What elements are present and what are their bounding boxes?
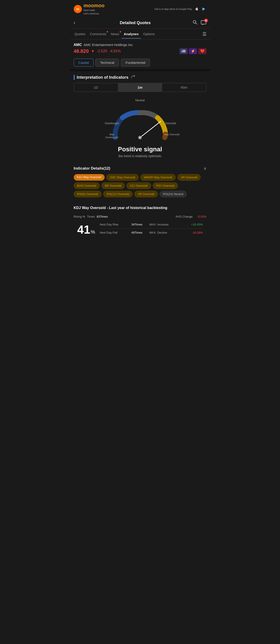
tag-cci-oversold[interactable]: CCI Oversold bbox=[126, 182, 151, 189]
rising-pct-symbol: % bbox=[91, 229, 95, 235]
moomoo-logo-icon: m bbox=[74, 5, 82, 13]
stock-price: 48.820 bbox=[74, 48, 89, 54]
stock-change: -2.520 bbox=[97, 49, 107, 53]
indicator-details-section: Indicator Details(12) ∧ KDJ Way Oversold… bbox=[70, 162, 210, 202]
way-overbought-label: WayOverbought bbox=[104, 133, 120, 139]
gauge-neutral-label: Neutral bbox=[135, 98, 145, 102]
collapse-icon[interactable]: ∧ bbox=[204, 166, 206, 171]
down-arrow-icon: ▼ bbox=[91, 49, 95, 53]
backtesting-details: Next Day Rise 34Times MAX. Increase +16.… bbox=[100, 222, 203, 236]
heart-button[interactable]: ❤️ bbox=[198, 48, 206, 54]
section-divider bbox=[70, 69, 210, 71]
times-value: 83Times bbox=[97, 213, 174, 220]
page-title: Detailed Quotes bbox=[78, 20, 192, 25]
avg-change-value: -0.53% bbox=[197, 215, 206, 218]
tag-kdj-way-oversold[interactable]: KDJ Way Oversold bbox=[74, 174, 104, 180]
indicator-section-header: Interpretation of Indicators bbox=[70, 71, 210, 83]
apple-icon[interactable] bbox=[194, 6, 199, 12]
rising-pct-label: Rising % bbox=[74, 213, 85, 220]
stock-price-row: 48.820 ▼ -2.520 -4.91% 🇺🇸 ⚡ ❤️ bbox=[74, 48, 206, 54]
tag-rsi24-neutral[interactable]: RSI(24) Neutral bbox=[160, 191, 187, 197]
stock-header: AMC AMC Entertainment Holdings Inc 48.82… bbox=[70, 40, 210, 56]
svg-text:m: m bbox=[76, 7, 79, 11]
lightning-button[interactable]: ⚡ bbox=[189, 48, 197, 54]
tag-bias-oversold[interactable]: BIAS Oversold bbox=[74, 182, 100, 189]
next-day-rise-label: Next Day Rise bbox=[100, 223, 132, 226]
tags-container: KDJ Way Oversold OSC Way Oversold WMSR W… bbox=[74, 174, 206, 197]
time-tabs: 1D 1m 60m bbox=[74, 83, 206, 92]
next-day-fall-times: 49Times bbox=[132, 231, 150, 234]
time-tab-1d[interactable]: 1D bbox=[74, 83, 118, 92]
gauge-widget: Overbought Oversold WayOverbought Way Ov… bbox=[106, 104, 174, 142]
next-day-rise-row: Next Day Rise 34Times MAX. Increase +16.… bbox=[100, 222, 203, 228]
avg-change-label: AVG Change bbox=[176, 215, 193, 218]
signal-text: Positive signal bbox=[118, 146, 162, 153]
overbought-label: Overbought bbox=[104, 122, 120, 125]
store-links[interactable]: Get it on App Store & Google Play bbox=[154, 6, 206, 12]
nav-icons: 6 bbox=[192, 20, 206, 26]
max-decline-value: -16.38% bbox=[185, 231, 203, 234]
analysis-tab-fundamental[interactable]: Fundamental bbox=[121, 59, 150, 66]
search-icon[interactable] bbox=[192, 20, 198, 26]
max-increase-value: +16.45% bbox=[185, 223, 203, 226]
analysis-tabs: Capital Technical Fundamental bbox=[70, 56, 210, 69]
tag-rsi12-oversold[interactable]: RSI(12) Oversold bbox=[103, 191, 132, 197]
backtesting-section: KDJ Way Oversold - Last year of historic… bbox=[70, 202, 210, 244]
tab-news[interactable]: News bbox=[108, 29, 122, 38]
avg-change-row: AVG Change -0.53% bbox=[176, 213, 206, 220]
next-day-rise-times: 34Times bbox=[132, 223, 150, 226]
stock-change-pct: -4.91% bbox=[109, 49, 121, 53]
svg-point-2 bbox=[193, 20, 196, 23]
times-label: Times bbox=[87, 213, 95, 220]
stock-flags: 🇺🇸 ⚡ ❤️ bbox=[180, 48, 206, 54]
svg-line-5 bbox=[140, 121, 161, 138]
google-play-icon[interactable] bbox=[201, 6, 206, 12]
tag-rsi6-oversold[interactable]: RSI(6) Oversold bbox=[74, 191, 102, 197]
stock-ticker: AMC bbox=[74, 43, 82, 47]
next-day-fall-label: Next Day Fall bbox=[100, 231, 132, 234]
tag-osc-way-oversold[interactable]: OSC Way Oversold bbox=[106, 174, 139, 180]
section-bar-accent bbox=[74, 75, 74, 80]
chat-button[interactable]: 6 bbox=[201, 20, 206, 26]
backtesting-title: KDJ Way Oversold - Last year of historic… bbox=[74, 206, 206, 210]
time-tab-60m[interactable]: 60m bbox=[162, 83, 206, 92]
oversold-label: Oversold bbox=[162, 122, 178, 125]
indicator-header-row: Indicator Details(12) ∧ bbox=[74, 166, 206, 171]
notification-badge: 6 bbox=[204, 19, 208, 22]
tag-wmsr-way-oversold[interactable]: WMSR Way Oversold bbox=[140, 174, 176, 180]
tab-quotes[interactable]: Quotes bbox=[72, 29, 88, 38]
svg-point-7 bbox=[139, 137, 141, 138]
analysis-tab-technical[interactable]: Technical bbox=[95, 59, 119, 66]
gauge-container: Neutral bbox=[70, 96, 210, 162]
big-percent-area: 41 % bbox=[77, 222, 100, 236]
logo-area: m moomoo Next trade Let's moomoo bbox=[74, 3, 104, 16]
comments-dot bbox=[107, 31, 108, 32]
tagline: Next trade Let's moomoo bbox=[84, 8, 104, 16]
menu-icon[interactable]: ☰ bbox=[201, 29, 208, 40]
tab-comments[interactable]: Comments bbox=[88, 29, 109, 38]
stock-name-row: AMC AMC Entertainment Holdings Inc bbox=[74, 43, 206, 47]
tag-psy-oversold[interactable]: PSY Oversold bbox=[153, 182, 178, 189]
time-tab-1m[interactable]: 1m bbox=[118, 83, 162, 92]
signal-sub: the trend is relatively optimistic bbox=[118, 154, 162, 158]
nav-bar: ‹ Detailed Quotes 6 bbox=[70, 17, 210, 29]
share-icon[interactable] bbox=[131, 75, 135, 80]
back-button[interactable]: ‹ bbox=[74, 20, 75, 26]
stock-fullname: AMC Entertainment Holdings Inc bbox=[84, 43, 133, 47]
top-banner: m moomoo Next trade Let's moomoo Get it … bbox=[70, 0, 210, 17]
tag-vr-oversold[interactable]: VR Oversold bbox=[134, 191, 158, 197]
tab-analyses[interactable]: Analyses bbox=[122, 29, 141, 38]
tag-ar-oversold[interactable]: AR Oversold bbox=[178, 174, 201, 180]
rising-pct-number: 41 bbox=[77, 224, 90, 236]
logo-text: moomoo bbox=[84, 3, 104, 8]
indicator-details-title: Indicator Details(12) bbox=[74, 166, 110, 171]
tab-options[interactable]: Options bbox=[141, 29, 157, 38]
news-dot bbox=[120, 31, 121, 32]
section-title: Interpretation of Indicators bbox=[77, 75, 128, 80]
max-decline-label: MAX. Decline bbox=[150, 231, 185, 234]
tag-br-oversold[interactable]: BR Oversold bbox=[102, 182, 125, 189]
store-text: Get it on App Store & Google Play bbox=[154, 8, 192, 10]
analysis-tab-capital[interactable]: Capital bbox=[74, 59, 94, 66]
flag-us-button[interactable]: 🇺🇸 bbox=[180, 48, 188, 54]
svg-line-3 bbox=[196, 23, 197, 24]
